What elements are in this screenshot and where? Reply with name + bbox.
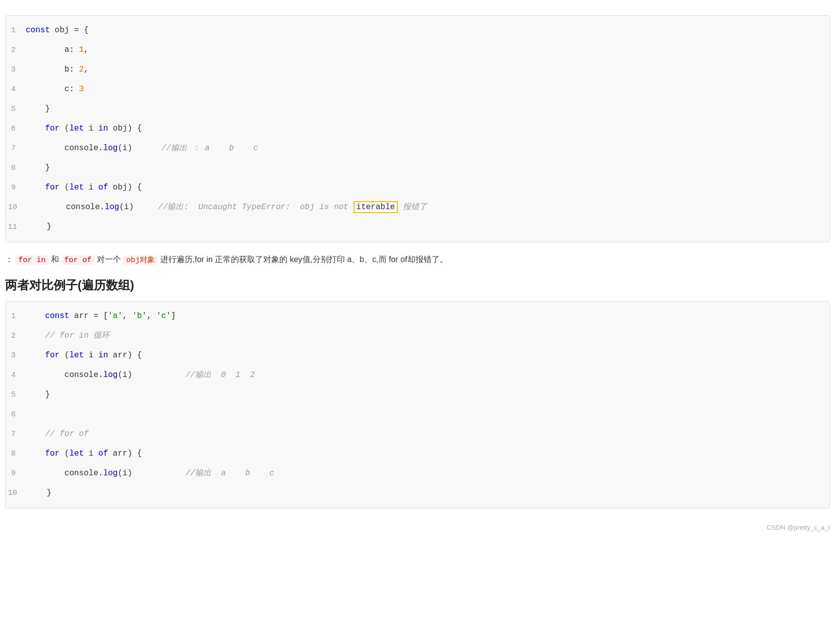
- code-line: 6: [6, 405, 829, 424]
- explanation-prefix: ：: [5, 255, 13, 264]
- section-heading: 两者对比例子(遍历数组): [5, 277, 835, 293]
- line-number: 10: [6, 484, 25, 503]
- code-line: 2 // for in 循环: [6, 326, 829, 346]
- code-line: 4 console.log(i) //输出 0 1 2: [6, 365, 829, 385]
- line-number: 3: [6, 60, 23, 80]
- code-line: 5 }: [6, 385, 829, 405]
- line-number: 6: [6, 405, 23, 424]
- for-of-label: for of: [61, 256, 94, 265]
- explanation-1: ： for in 和 for of 对一个 obj对象 进行遍历,for in …: [5, 253, 835, 267]
- line-number: 5: [6, 386, 23, 405]
- line-number: 4: [6, 80, 23, 99]
- page-container: 1 const obj = { 2 a: 1, 3 b: 2, 4 c: 3 5…: [0, 0, 840, 546]
- line-content: for (let i in obj) {: [23, 119, 829, 138]
- code-line: 2 a: 1,: [6, 40, 829, 60]
- line-content: b: 2,: [23, 60, 829, 79]
- for-in-label: for in: [15, 256, 48, 265]
- line-number: 2: [6, 327, 23, 346]
- code-line: 11 }: [6, 217, 829, 237]
- code-block-2: 1 const arr = ['a', 'b', 'c'] 2 // for i…: [5, 301, 830, 509]
- line-content: }: [23, 385, 829, 404]
- line-content: const obj = {: [23, 21, 829, 40]
- code-line: 8 }: [6, 158, 829, 178]
- code-line: 1 const arr = ['a', 'b', 'c']: [6, 306, 829, 326]
- line-number: 8: [6, 445, 23, 464]
- line-content: console.log(i) //输出 0 1 2: [23, 365, 829, 385]
- watermark: CSDN @pretty_c_a_t: [0, 519, 840, 536]
- line-number: 9: [6, 178, 23, 198]
- line-number: 1: [6, 21, 23, 40]
- line-content: }: [23, 99, 829, 118]
- line-content: c: 3: [23, 80, 829, 99]
- and-text: 和: [51, 255, 61, 264]
- code-line: 7 console.log(i) //输出 ： a b c: [6, 139, 829, 158]
- code-line: 1 const obj = {: [6, 21, 829, 40]
- line-number: 6: [6, 119, 23, 139]
- line-number: 4: [6, 366, 23, 385]
- line-number: 7: [6, 139, 23, 158]
- middle-text: 对一个: [97, 255, 123, 264]
- code-line: 3 b: 2,: [6, 60, 829, 80]
- line-number: 8: [6, 159, 23, 178]
- code-line: 9 console.log(i) //输出 a b c: [6, 464, 829, 483]
- line-number: 1: [6, 307, 23, 326]
- line-content: console.log(i) //输出 ： a b c: [23, 139, 829, 158]
- line-content: for (let i in arr) {: [23, 346, 829, 365]
- line-content: [23, 405, 829, 424]
- code-line: 10 }: [6, 483, 829, 503]
- line-content: }: [23, 158, 829, 177]
- code-line: 9 for (let i of obj) {: [6, 178, 829, 198]
- code-line: 7 // for of: [6, 424, 829, 444]
- code-line: 8 for (let i of arr) {: [6, 444, 829, 464]
- line-content: // for of: [23, 424, 829, 444]
- line-number: 11: [6, 218, 25, 237]
- line-content: }: [25, 217, 829, 236]
- line-content: for (let i of obj) {: [23, 178, 829, 197]
- suffix-text: 进行遍历,for in 正常的获取了对象的 key值,分别打印 a、b、c,而 …: [160, 255, 448, 264]
- code-block-1: 1 const obj = { 2 a: 1, 3 b: 2, 4 c: 3 5…: [5, 15, 830, 242]
- line-number: 10: [6, 198, 25, 217]
- line-content: }: [25, 483, 829, 503]
- line-content: console.log(i) //输出: Uncaught TypeError:…: [25, 198, 829, 217]
- line-number: 2: [6, 41, 23, 60]
- line-content: const arr = ['a', 'b', 'c']: [23, 306, 829, 326]
- line-content: console.log(i) //输出 a b c: [23, 464, 829, 483]
- code-line: 3 for (let i in arr) {: [6, 346, 829, 365]
- line-number: 3: [6, 346, 23, 365]
- code-line: 5 }: [6, 99, 829, 119]
- code-line: 4 c: 3: [6, 80, 829, 99]
- obj-label: obj对象: [123, 256, 158, 265]
- line-content: for (let i of arr) {: [23, 444, 829, 463]
- line-number: 7: [6, 425, 23, 444]
- code-line: 6 for (let i in obj) {: [6, 119, 829, 139]
- line-number: 9: [6, 464, 23, 483]
- line-content: // for in 循环: [23, 326, 829, 345]
- line-number: 5: [6, 100, 23, 119]
- code-line: 10 console.log(i) //输出: Uncaught TypeErr…: [6, 198, 829, 217]
- line-content: a: 1,: [23, 40, 829, 59]
